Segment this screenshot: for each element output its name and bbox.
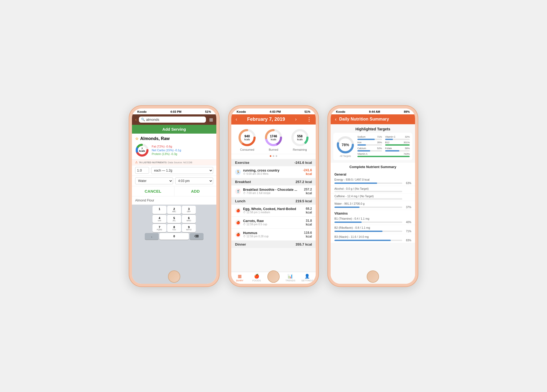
back-icon[interactable]: ‹: [135, 117, 137, 122]
egg-info: Egg, Whole, Cooked, Hard-Boiled ⏱ 12:58 …: [243, 207, 304, 214]
fat-macro: Fat (72%) -0.6g: [152, 145, 181, 148]
prev-date-button[interactable]: ‹: [236, 117, 237, 122]
exercise-entry[interactable]: 🏃 running, cross country ⏱ 6:00 am 30.0 …: [231, 166, 316, 178]
list-item-almond-flour[interactable]: Almond Flour: [132, 196, 216, 205]
burned-circle: 1746kcals Burned: [264, 128, 283, 151]
diary-header: ‹ February 7, 2019 › ⋮: [231, 114, 316, 125]
exercise-info: running, cross country ⏱ 6:00 am 30.0 Mi…: [243, 169, 301, 175]
foods-icon: 🍎: [254, 274, 259, 279]
tab-diary[interactable]: ▦ DIARY: [231, 274, 248, 283]
key-2[interactable]: 2ABC: [167, 206, 181, 214]
nutrient-b2: B2 (Riboflavin) - 0.8 / 1.1 mg 71%: [331, 225, 415, 234]
time-select[interactable]: 4:03 pm: [175, 177, 213, 184]
tab-settings[interactable]: 👤 SETTINGS: [299, 274, 316, 283]
nutrient-water: Water - 991.3 / 2700.0 g 37%: [331, 201, 415, 210]
key-7[interactable]: 7PQRS: [153, 224, 166, 232]
target-calcium: Calcium52%: [357, 147, 382, 152]
lunch-section-header: Lunch 219.5 kcal: [231, 197, 316, 205]
alert-icon: ⚠: [135, 161, 138, 164]
lunch-entry-1[interactable]: 🍎 Egg, Whole, Cooked, Hard-Boiled ⏱ 12:5…: [231, 205, 316, 217]
time-3: 9:44 AM: [369, 110, 380, 113]
key-backspace[interactable]: ⌫: [190, 233, 204, 240]
search-icon: 🔍: [141, 118, 145, 121]
dot-1[interactable]: [270, 155, 271, 157]
diary-list: Exercise -241.6 kcal 🏃 running, cross co…: [231, 159, 316, 272]
more-button[interactable]: ⋮: [307, 117, 311, 122]
remaining-label: Remaining: [291, 148, 309, 151]
home-button-2[interactable]: [267, 270, 280, 283]
dot-2[interactable]: [273, 155, 274, 157]
home-button-3[interactable]: [367, 270, 379, 283]
status-bar-2: Koodo 4:03 PM 51%: [231, 108, 316, 114]
time-2: 4:03 PM: [270, 110, 281, 113]
battery-3: 89%: [404, 110, 410, 113]
key-4[interactable]: 4GHI: [153, 215, 166, 223]
lunch-entry-3[interactable]: 🍎 Hummus ⏱ 12:59 pm 0.28 cup 119.6kcal: [231, 229, 316, 241]
back-button-3[interactable]: ‹: [335, 117, 337, 122]
carrier-1: Koodo: [137, 110, 147, 113]
breakfast-info: Breakfast Smoothie - Chocolate ... ⏱ 7:0…: [243, 188, 302, 195]
nutrients-info: ⚠ 76 LISTED NUTRIENTS Data Source: NCCDB: [132, 160, 216, 165]
all-targets-pct: 78%: [342, 143, 349, 147]
target-vitc: Vitamin C32%: [385, 135, 410, 140]
key-9[interactable]: 9WXYZ: [182, 224, 196, 232]
nutrition-header: ‹ Daily Nutrition Summary: [331, 114, 415, 124]
kcals-unit: kcals: [139, 150, 145, 153]
food-icon-3: 🍎: [235, 220, 241, 226]
star-icon[interactable]: ☆: [135, 137, 139, 141]
vitamins-category: Vitamins: [331, 210, 415, 216]
barcode-icon[interactable]: ▦: [209, 117, 213, 122]
food-icon-4: 🍎: [235, 232, 241, 238]
key-6[interactable]: 6MNO: [182, 215, 196, 223]
meal-select[interactable]: Water: [135, 177, 173, 184]
next-date-button[interactable]: ›: [295, 117, 297, 122]
nutrition-content: Highlighted Targets 78% All Ta: [331, 124, 415, 284]
serving-select[interactable]: each — 1.2g: [151, 167, 213, 174]
tab-trends[interactable]: 📊 TRENDS: [282, 274, 299, 283]
search-bar[interactable]: 🔍 almonds: [139, 117, 206, 123]
add-button[interactable]: ADD: [174, 186, 217, 196]
carrier-3: Koodo: [336, 110, 345, 113]
p1-search-header: ‹ 🔍 almonds ▦: [132, 114, 216, 125]
quantity-input[interactable]: [135, 167, 149, 174]
run-icon: 🏃: [235, 169, 241, 175]
complete-summary-title: Complete Nutrient Summary: [331, 163, 415, 171]
meal-row: Water 4:03 pm: [132, 176, 216, 186]
carrots-cal: 31.8kcal: [306, 219, 312, 226]
dot-3[interactable]: [276, 155, 277, 157]
trends-icon: 📊: [288, 274, 293, 279]
target-folate: Folate58%: [385, 147, 410, 152]
food-icon-1: 🥤: [235, 188, 241, 194]
carousel-dots: [231, 154, 316, 159]
search-input[interactable]: almonds: [146, 118, 159, 122]
serving-row: each — 1.2g: [132, 165, 216, 176]
cancel-button[interactable]: CANCEL: [132, 186, 174, 196]
nutrient-b3: B3 (Niacin) - 11.6 / 14.0 mg 83%: [331, 234, 415, 243]
burned-label: Burned: [264, 148, 283, 151]
key-8[interactable]: 8TUV: [167, 224, 181, 232]
key-3[interactable]: 3DEF: [182, 206, 196, 214]
phone-3: Koodo 9:44 AM 89% ‹ Daily Nutrition Summ…: [327, 105, 418, 287]
food-icon-2: 🍎: [235, 208, 241, 214]
target-sodium: Sodium71%: [357, 135, 382, 140]
complete-summary: Complete Nutrient Summary General Energy…: [331, 163, 415, 243]
breakfast-section-header: Breakfast 257.2 kcal: [231, 178, 316, 185]
key-0[interactable]: 0: [159, 233, 189, 240]
home-button[interactable]: [168, 270, 180, 283]
food-name: ☆ Almonds, Raw: [135, 136, 213, 141]
key-1[interactable]: 1: [153, 206, 166, 214]
settings-icon: 👤: [304, 274, 310, 279]
key-5[interactable]: 5JKL: [167, 215, 181, 223]
target-iron: Iron35%: [357, 141, 382, 146]
consumed-label: Consumed: [238, 148, 256, 151]
nutrient-caffeine: Caffeine - 12.4 mg / (No Target): [331, 193, 415, 201]
carbs-macro: Net Carbs (15%) -0.1g: [152, 149, 181, 152]
lunch-entry-2[interactable]: 🍎 Carrots, Raw ⏱ 12:59 pm 0.5 cup 31.8kc…: [231, 217, 316, 229]
nutrient-energy: Energy - 939.5 / 1497.0 kcal 63%: [331, 177, 415, 186]
key-dot[interactable]: .: [145, 233, 159, 240]
breakfast-entry-1[interactable]: 🥤 Breakfast Smoothie - Chocolate ... ⏱ 7…: [231, 185, 316, 197]
highlighted-panel: 78% All Targets Sodium71%: [333, 133, 412, 160]
phone-2: Koodo 4:03 PM 51% ‹ February 7, 2019 › ⋮: [228, 105, 319, 287]
macro-donut: 7 kcals: [135, 143, 149, 157]
tab-foods[interactable]: 🍎 FOODS: [248, 274, 265, 283]
